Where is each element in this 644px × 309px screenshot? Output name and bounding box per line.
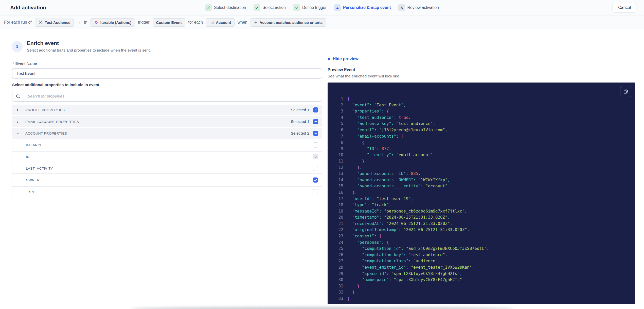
line-number: 15	[328, 183, 343, 189]
chip-label: Account matches audience criteria	[260, 20, 323, 25]
code-line: 20 "timestamp": "2024-06-25T21:31:33.020…	[328, 214, 635, 221]
code-content: }	[347, 296, 350, 302]
code-line: 4 "test_audience": true,	[328, 115, 635, 121]
code-content: "space_id": "spa_tXXbfoyvCkY8rF47ghH2Ts"…	[347, 271, 462, 277]
code-content: "ID": 877,	[347, 146, 391, 152]
check-icon	[293, 4, 300, 11]
plus-icon	[254, 21, 258, 24]
line-number: 10	[328, 152, 343, 158]
property-group-account-properties[interactable]: ACCOUNT PROPERTIESSelected 2	[12, 128, 322, 139]
step-label: Select destination	[214, 5, 246, 10]
code-line: 16 },	[328, 189, 635, 196]
code-content: "owned-accounts__OWNER": "1WCWrTXfkp",	[347, 177, 450, 183]
code-line: 19 "messageId": "personas_cb6zdbo6im9g7x…	[328, 208, 635, 215]
code-content: }	[347, 289, 355, 296]
property-row-type[interactable]: TYPE	[12, 186, 322, 197]
chevron-right-icon[interactable]	[16, 108, 20, 112]
code-content: "type": "track",	[347, 202, 391, 208]
checkbox-checked[interactable]	[313, 177, 318, 183]
property-row-balance[interactable]: BALANCE	[12, 140, 322, 150]
selected-count: Selected 2	[291, 131, 309, 136]
hide-preview-link[interactable]: »Hide preview	[328, 56, 359, 61]
code-line: 15 "owned-accounts____entity": "account"	[328, 183, 635, 189]
code-line: 21 "receivedAt": "2024-06-25T21:31:33.02…	[328, 221, 635, 227]
code-content: "messageId": "personas_cb6zdbo6im9g7xxf7…	[347, 208, 467, 215]
chip-iterable-actions[interactable]: Iterable (Actions)	[91, 18, 135, 27]
line-number: 25	[328, 246, 343, 252]
code-content: "properties": {	[347, 108, 389, 115]
code-content: "computation_id": "aud_2iO9m2gSFmJNXCoQJ…	[347, 246, 489, 252]
property-row-owner[interactable]: OWNER	[12, 175, 322, 185]
code-line: 28 "event_emitter_id": "event_tester_IVX…	[328, 264, 635, 271]
preview-subtitle: See what the enriched event will look li…	[328, 74, 400, 78]
group-label: EMAIL-ACCOUNT PROPERTIES	[25, 120, 79, 124]
line-number: 19	[328, 208, 343, 215]
property-group-profile-properties[interactable]: PROFILE PROPERTIESSelected 1	[12, 105, 322, 115]
page-title: Add activation	[10, 5, 46, 11]
step-select-action[interactable]: Select action	[254, 4, 286, 11]
chevron-down-icon[interactable]	[16, 132, 20, 135]
code-content: "originalTimestamp": "2024-06-25T21:31:3…	[347, 227, 470, 233]
code-content: "event_emitter_id": "event_tester_IVX5W2…	[347, 264, 474, 271]
code-line: 5 "audience_key": "test_audience",	[328, 121, 635, 127]
property-group-email-account-properties[interactable]: EMAIL-ACCOUNT PROPERTIESSelected 1	[12, 116, 322, 127]
trigger-text: For each run of	[4, 20, 32, 25]
code-line: 33}	[328, 296, 635, 302]
chevron-right-icon[interactable]	[16, 120, 20, 123]
code-line: 6 "email": "j15i2ysedp@k1euxaIVia.com",	[328, 127, 635, 133]
line-number: 13	[328, 171, 343, 177]
property-row-last-activity[interactable]: LAST_ACTIVITY	[12, 163, 322, 174]
double-chevron-right-icon: »	[328, 56, 330, 61]
chip-account[interactable]: Account	[206, 18, 235, 27]
line-number: 18	[328, 202, 343, 208]
required-asterisk: *	[13, 61, 14, 66]
checkbox-unchecked[interactable]	[313, 166, 318, 171]
line-number: 9	[328, 146, 343, 152]
indeterminate-checkbox[interactable]	[313, 107, 318, 112]
line-number: 33	[328, 296, 343, 302]
group-label: ACCOUNT PROPERTIES	[25, 132, 67, 135]
cancel-button[interactable]: Cancel	[613, 3, 636, 12]
line-number: 11	[328, 158, 343, 165]
checkbox-unchecked[interactable]	[313, 189, 318, 194]
indeterminate-checkbox[interactable]	[313, 119, 318, 124]
step-label: Define trigger	[302, 5, 327, 10]
code-line: 9 "ID": 877,	[328, 146, 635, 152]
code-content: "owned-accounts____entity": "account"	[347, 183, 448, 189]
code-line: 17 "userId": "test-user-19",	[328, 196, 635, 202]
chip-label: Test Audience	[45, 20, 70, 25]
step-select-destination[interactable]: Select destination	[205, 4, 246, 11]
checkbox-unchecked[interactable]	[313, 142, 318, 148]
progress-steps: Select destinationSelect actionDefine tr…	[76, 0, 568, 15]
line-number: 1	[328, 96, 343, 102]
step-label: Review activation	[407, 5, 439, 10]
indeterminate-checkbox[interactable]	[313, 131, 318, 136]
code-content: "userId": "test-user-19",	[347, 196, 413, 202]
code-line: 27 "computation_class": "audience",	[328, 258, 635, 264]
line-number: 32	[328, 289, 343, 296]
step-define-trigger[interactable]: Define trigger	[293, 4, 327, 11]
hide-preview-label: Hide preview	[333, 56, 359, 61]
checkbox-checked-disabled[interactable]	[313, 154, 318, 159]
table-icon	[209, 20, 214, 25]
code-line: 23 "context": {	[328, 233, 635, 239]
bottom-shadow	[131, 307, 515, 309]
event-name-input[interactable]	[12, 68, 322, 79]
search-icon	[12, 91, 24, 101]
code-line: 8 {	[328, 139, 635, 146]
property-row-id[interactable]: ID	[12, 151, 322, 162]
step-personalize-map-event[interactable]: 4Personalize & map event	[334, 4, 391, 11]
step-review-activation[interactable]: 5Review activation	[398, 4, 439, 11]
chip-account-matches-audience-criteria[interactable]: Account matches audience criteria	[251, 18, 326, 27]
line-number: 14	[328, 177, 343, 183]
step-number: 5	[398, 4, 405, 11]
line-number: 26	[328, 252, 343, 258]
search-input[interactable]	[24, 91, 322, 101]
chip-custom-event[interactable]: Custom Event	[153, 18, 185, 27]
line-number: 29	[328, 271, 343, 277]
code-lines: 1{2 "event": "Test Event",3 "properties"…	[328, 96, 635, 302]
code-content: "owned-accounts__ID": 885,	[347, 171, 421, 177]
search-box[interactable]	[12, 91, 322, 102]
chip-test-audience[interactable]: Test Audience	[35, 18, 74, 27]
step-number-badge: 1	[12, 41, 23, 52]
